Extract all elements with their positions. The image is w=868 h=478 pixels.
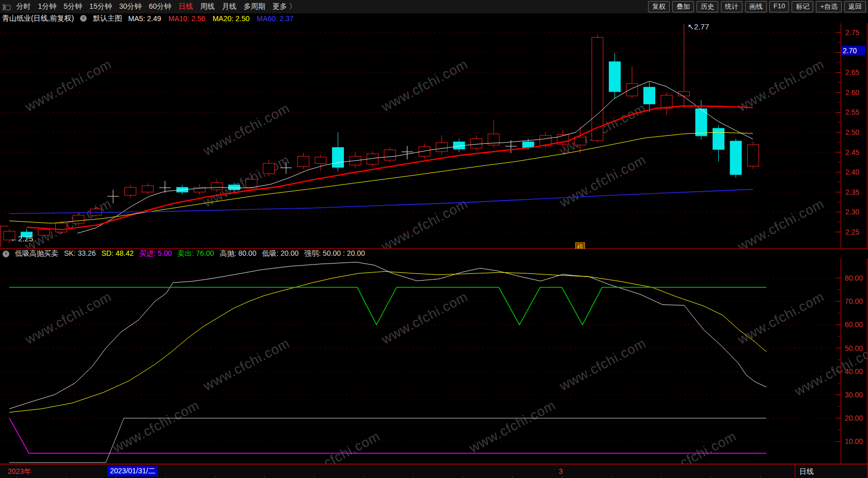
- ma-line-MA60: [9, 189, 753, 213]
- date-tick: [463, 476, 463, 478]
- up-candle: [38, 229, 50, 235]
- up-candle: [56, 223, 67, 232]
- period-tab-3[interactable]: 15分钟: [89, 2, 112, 11]
- up-candle: [315, 157, 326, 163]
- indicator-param-7: 强弱: 50.00 : 20.00: [304, 249, 365, 258]
- date-tick: [562, 476, 562, 478]
- date-tick: [364, 476, 364, 478]
- up-candle: [142, 186, 153, 192]
- ma-label-0: MA5: 2.49: [128, 14, 161, 23]
- indicator-axis-label: 80.00: [845, 274, 863, 282]
- period-tab-9[interactable]: 多周期: [244, 2, 265, 11]
- period-tab-7[interactable]: 周线: [200, 2, 215, 11]
- date-tick: [17, 476, 17, 478]
- toolbar-button-huaxian[interactable]: 画线: [745, 1, 767, 12]
- indicator-line-SD: [9, 271, 766, 412]
- ma-line-MA20: [9, 132, 753, 223]
- price-axis-label: 2.75: [845, 28, 859, 37]
- up-candle: [436, 143, 448, 151]
- date-tick: [611, 476, 612, 478]
- up-candle: [211, 182, 223, 190]
- price-axis-label: 2.30: [845, 208, 859, 216]
- price-axis-label: 2.50: [845, 128, 859, 136]
- price-axis-label: 2.35: [845, 188, 859, 196]
- up-candle: [298, 156, 309, 166]
- down-candle: [730, 141, 741, 175]
- indicator-param-1: SK: 33.26: [64, 249, 96, 258]
- down-candle: [609, 61, 621, 91]
- price-axis-label: 2.65: [845, 68, 859, 76]
- indicator-param-3: 买进: 5.00: [139, 249, 172, 258]
- up-candle: [263, 163, 275, 174]
- date-axis-bar[interactable]: 2023年 2023/01/31/二 3 日线: [0, 464, 868, 478]
- down-candle: [523, 142, 534, 148]
- date-tick: [116, 476, 116, 478]
- date-tick: [661, 476, 661, 478]
- price-axis-label: 2.45: [845, 148, 859, 157]
- up-candle: [748, 145, 759, 166]
- indicator-axis-label: 50.00: [845, 344, 863, 352]
- down-candle: [229, 185, 240, 190]
- period-label: 日线: [799, 467, 814, 476]
- up-candle: [678, 91, 690, 96]
- period-tab-5[interactable]: 60分钟: [149, 2, 171, 11]
- top-toolbar: ⟫▢ 分时1分钟5分钟15分钟30分钟60分钟日线周线月线多周期更多 〉 复权叠…: [0, 0, 868, 13]
- ma-legend: MA5: 2.49MA10: 2.56MA20: 2.50MA60: 2.37: [128, 14, 294, 23]
- up-candle: [592, 37, 603, 141]
- indicator-axis-label: 30.00: [845, 391, 863, 399]
- toolbar-button-f10[interactable]: F10: [769, 1, 789, 12]
- window-icon[interactable]: ⟫▢: [2, 3, 10, 11]
- toolbar-button-lishi[interactable]: 历史: [697, 1, 718, 12]
- period-tab-2[interactable]: 5分钟: [64, 2, 82, 11]
- up-candle: [384, 150, 396, 160]
- up-candle: [575, 137, 586, 145]
- date-tick: [760, 476, 761, 478]
- indicator-params: 低吸高抛买卖SK: 33.26SD: 48.42买进: 5.00卖出: 76.0…: [15, 249, 365, 258]
- down-candle: [696, 109, 707, 135]
- date-tick: [215, 476, 215, 478]
- ma-label-2: MA20: 2.50: [213, 14, 250, 23]
- indicator-param-0: 低吸高抛买卖: [15, 249, 58, 258]
- layout-label[interactable]: 默认主图: [93, 14, 122, 23]
- chevron-down-icon[interactable]: ∨: [3, 251, 9, 257]
- down-candle: [713, 128, 724, 149]
- up-candle: [661, 95, 672, 108]
- chart-canvas[interactable]: 2.752.702.652.602.552.502.452.402.352.30…: [0, 0, 868, 478]
- ma-label-3: MA60: 2.37: [257, 14, 294, 23]
- indicator-line-sell-line: [9, 287, 766, 325]
- indicator-axis-label: 40.00: [845, 367, 863, 376]
- period-tab-4[interactable]: 30分钟: [119, 2, 142, 11]
- date-tick: [66, 476, 67, 478]
- stock-title: 青山纸业(日线,前复权): [2, 14, 74, 23]
- down-candle: [644, 87, 655, 104]
- chevron-down-icon[interactable]: ∨: [80, 15, 87, 22]
- indicator-label-row: ∨ 低吸高抛买卖SK: 33.26SD: 48.42买进: 5.00卖出: 76…: [0, 249, 868, 258]
- up-candle: [471, 138, 482, 148]
- period-tab-8[interactable]: 月线: [222, 2, 236, 11]
- indicator-axis-label: 10.00: [845, 437, 863, 445]
- period-tab-0[interactable]: 分时: [17, 2, 31, 11]
- toolbar-button-add-favorite[interactable]: +自选: [816, 1, 842, 12]
- date-tick: [711, 476, 711, 478]
- toolbar-button-back[interactable]: 返回: [844, 1, 866, 12]
- period-tab-10[interactable]: 更多 〉: [273, 2, 296, 11]
- indicator-line-strength-line: [9, 418, 766, 462]
- date-tick: [314, 476, 314, 478]
- toolbar-button-tongji[interactable]: 统计: [721, 1, 743, 12]
- year-label: 2023年: [8, 467, 31, 476]
- trading-app-window: www.cfchi.comwww.cfchi.comwww.cfchi.comw…: [0, 0, 868, 478]
- indicator-param-6: 低吸: 20.00: [262, 249, 298, 258]
- period-tab-6[interactable]: 日线: [179, 2, 193, 11]
- indicator-param-4: 卖出: 76.00: [178, 249, 214, 258]
- period-cell: 日线: [795, 465, 868, 478]
- period-tab-1[interactable]: 1分钟: [38, 2, 57, 11]
- up-candle: [125, 188, 136, 195]
- toolbar-button-biaoji[interactable]: 标记: [792, 1, 813, 12]
- toolbar-button-diejia[interactable]: 叠加: [672, 1, 694, 12]
- toolbar-button-fuquan[interactable]: 复权: [648, 1, 670, 12]
- down-candle: [333, 147, 344, 167]
- latest-price-label: 2.70: [843, 47, 857, 55]
- ma-label-1: MA10: 2.56: [168, 14, 206, 23]
- up-candle: [73, 215, 84, 223]
- period-tabs: 分时1分钟5分钟15分钟30分钟60分钟日线周线月线多周期更多 〉: [17, 2, 296, 11]
